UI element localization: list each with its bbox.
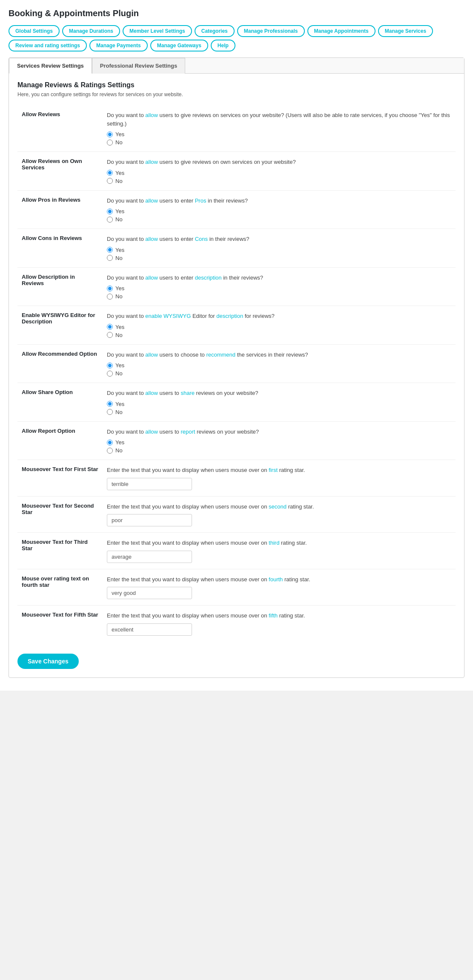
nav-button-categories[interactable]: Categories (195, 25, 235, 37)
radio-input-yes-0[interactable] (107, 131, 113, 137)
radio-group-7: YesNo (107, 401, 451, 415)
nav-button-global-settings[interactable]: Global Settings (9, 25, 60, 37)
radio-label-no-6[interactable]: No (107, 370, 451, 377)
setting-desc-10: Enter the text that you want to display … (107, 503, 451, 511)
radio-label-no-2[interactable]: No (107, 216, 451, 223)
radio-label-yes-7[interactable]: Yes (107, 401, 451, 407)
radio-input-no-2[interactable] (107, 217, 113, 223)
radio-option-text-no-8: No (115, 447, 123, 454)
setting-value-7: Do you want to allow users to share revi… (103, 383, 456, 422)
radio-option-text-no-1: No (115, 178, 123, 184)
nav-button-review-and-rating-settings[interactable]: Review and rating settings (9, 40, 87, 51)
radio-label-yes-6[interactable]: Yes (107, 362, 451, 369)
radio-input-no-1[interactable] (107, 178, 113, 184)
nav-button-manage-appointments[interactable]: Manage Appointments (307, 25, 376, 37)
settings-row-9: Mouseover Text for First StarEnter the t… (17, 460, 456, 497)
settings-row-4: Allow Description in ReviewsDo you want … (17, 267, 456, 306)
settings-row-13: Mouseover Text for Fifth StarEnter the t… (17, 606, 456, 642)
radio-option-text-yes-4: Yes (115, 285, 124, 291)
setting-label-13: Mouseover Text for Fifth Star (17, 606, 103, 642)
settings-row-2: Allow Pros in ReviewsDo you want to allo… (17, 190, 456, 229)
page-title: Booking & Appointments Plugin (9, 9, 464, 18)
radio-option-text-no-4: No (115, 293, 123, 300)
text-input-13[interactable] (107, 623, 192, 636)
setting-label-11: Mouseover Text for Third Star (17, 533, 103, 569)
setting-label-12: Mouse over rating text on fourth star (17, 569, 103, 606)
text-input-11[interactable] (107, 551, 192, 563)
radio-label-no-5[interactable]: No (107, 332, 451, 338)
setting-value-11: Enter the text that you want to display … (103, 533, 456, 569)
radio-label-no-1[interactable]: No (107, 178, 451, 184)
radio-input-yes-5[interactable] (107, 324, 113, 330)
radio-label-yes-5[interactable]: Yes (107, 324, 451, 330)
radio-input-yes-1[interactable] (107, 170, 113, 176)
radio-label-yes-2[interactable]: Yes (107, 208, 451, 214)
setting-value-5: Do you want to enable WYSIWYG Editor for… (103, 306, 456, 345)
nav-button-member-level-settings[interactable]: Member Level Settings (123, 25, 192, 37)
tab-services[interactable]: Services Review Settings (9, 58, 92, 74)
radio-group-2: YesNo (107, 208, 451, 223)
radio-group-6: YesNo (107, 362, 451, 377)
nav-button-help[interactable]: Help (211, 40, 235, 51)
radio-input-no-5[interactable] (107, 332, 113, 338)
nav-button-manage-professionals[interactable]: Manage Professionals (237, 25, 305, 37)
radio-input-yes-8[interactable] (107, 440, 113, 446)
text-input-9[interactable] (107, 478, 192, 490)
setting-value-0: Do you want to allow users to give revie… (103, 105, 456, 152)
setting-value-1: Do you want to allow users to give revie… (103, 152, 456, 191)
radio-option-text-no-6: No (115, 370, 123, 377)
radio-option-text-yes-1: Yes (115, 170, 124, 176)
radio-input-no-3[interactable] (107, 255, 113, 261)
setting-desc-8: Do you want to allow users to report rev… (107, 428, 451, 436)
radio-label-yes-8[interactable]: Yes (107, 439, 451, 446)
setting-desc-7: Do you want to allow users to share revi… (107, 389, 451, 397)
nav-button-manage-gateways[interactable]: Manage Gateways (150, 40, 208, 51)
radio-input-yes-3[interactable] (107, 247, 113, 253)
radio-option-text-no-5: No (115, 332, 123, 338)
setting-value-12: Enter the text that you want to display … (103, 569, 456, 606)
radio-group-1: YesNo (107, 170, 451, 184)
radio-input-yes-4[interactable] (107, 286, 113, 291)
radio-input-no-7[interactable] (107, 409, 113, 415)
radio-input-no-6[interactable] (107, 371, 113, 377)
text-input-10[interactable] (107, 514, 192, 526)
nav-button-manage-durations[interactable]: Manage Durations (62, 25, 120, 37)
nav-button-manage-payments[interactable]: Manage Payments (89, 40, 148, 51)
setting-desc-3: Do you want to allow users to enter Cons… (107, 235, 451, 243)
radio-label-yes-4[interactable]: Yes (107, 285, 451, 291)
radio-label-yes-0[interactable]: Yes (107, 131, 451, 137)
radio-option-text-yes-7: Yes (115, 401, 124, 407)
radio-label-no-0[interactable]: No (107, 139, 451, 146)
radio-label-no-8[interactable]: No (107, 447, 451, 454)
settings-row-8: Allow Report OptionDo you want to allow … (17, 421, 456, 460)
radio-label-no-7[interactable]: No (107, 409, 451, 415)
tab-professional[interactable]: Professional Review Settings (92, 58, 185, 74)
save-button[interactable]: Save Changes (17, 654, 79, 669)
radio-input-no-8[interactable] (107, 448, 113, 454)
radio-input-no-0[interactable] (107, 140, 113, 146)
radio-input-yes-6[interactable] (107, 363, 113, 369)
setting-label-6: Allow Recommended Option (17, 344, 103, 383)
setting-value-3: Do you want to allow users to enter Cons… (103, 229, 456, 268)
settings-row-3: Allow Cons in ReviewsDo you want to allo… (17, 229, 456, 268)
setting-label-0: Allow Reviews (17, 105, 103, 152)
radio-input-yes-2[interactable] (107, 209, 113, 214)
radio-label-no-4[interactable]: No (107, 293, 451, 300)
radio-input-yes-7[interactable] (107, 401, 113, 407)
radio-label-yes-3[interactable]: Yes (107, 247, 451, 253)
content-area: Manage Reviews & Ratings Settings Here, … (9, 74, 464, 649)
radio-group-4: YesNo (107, 285, 451, 300)
text-input-12[interactable] (107, 587, 192, 599)
radio-label-no-3[interactable]: No (107, 255, 451, 261)
section-title: Manage Reviews & Ratings Settings (17, 81, 456, 89)
setting-value-13: Enter the text that you want to display … (103, 606, 456, 642)
setting-label-2: Allow Pros in Reviews (17, 190, 103, 229)
radio-input-no-4[interactable] (107, 294, 113, 300)
setting-value-6: Do you want to allow users to choose to … (103, 344, 456, 383)
setting-value-4: Do you want to allow users to enter desc… (103, 267, 456, 306)
radio-option-text-yes-6: Yes (115, 362, 124, 369)
setting-desc-11: Enter the text that you want to display … (107, 539, 451, 547)
setting-label-10: Mouseover Text for Second Star (17, 496, 103, 533)
nav-button-manage-services[interactable]: Manage Services (378, 25, 433, 37)
radio-label-yes-1[interactable]: Yes (107, 170, 451, 176)
